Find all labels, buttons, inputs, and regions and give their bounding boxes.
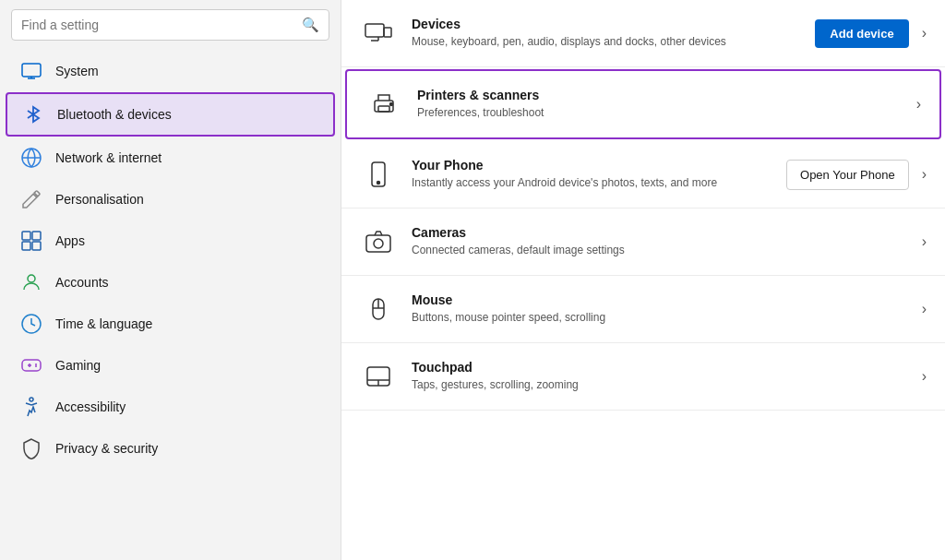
printers-desc: Preferences, troubleshoot <box>417 105 898 121</box>
gaming-icon <box>20 354 42 376</box>
setting-row-cameras[interactable]: CamerasConnected cameras, default image … <box>341 209 945 276</box>
cameras-desc: Connected cameras, default image setting… <box>412 243 903 258</box>
svg-point-9 <box>30 398 33 401</box>
printers-action: › <box>913 96 921 113</box>
svg-point-6 <box>28 275 35 282</box>
sidebar-label-privacy: Privacy & security <box>55 441 158 456</box>
yourphone-icon <box>360 156 397 193</box>
search-input[interactable] <box>21 18 294 32</box>
cameras-icon <box>360 223 397 260</box>
yourphone-info: Your PhoneInstantly access your Android … <box>412 158 772 191</box>
setting-row-touchpad[interactable]: TouchpadTaps, gestures, scrolling, zoomi… <box>341 343 945 411</box>
chevron-right-icon: › <box>922 25 927 42</box>
devices-desc: Mouse, keyboard, pen, audio, displays an… <box>412 34 800 50</box>
sidebar-label-gaming: Gaming <box>55 358 101 373</box>
system-icon <box>20 60 42 82</box>
devices-info: DevicesMouse, keyboard, pen, audio, disp… <box>412 17 800 50</box>
sidebar-item-system[interactable]: System <box>6 51 335 91</box>
devices-title: Devices <box>412 17 800 31</box>
sidebar-item-privacy[interactable]: Privacy & security <box>6 428 335 469</box>
touchpad-icon <box>360 358 397 395</box>
time-icon <box>20 313 42 335</box>
sidebar-label-apps: Apps <box>55 233 85 248</box>
printers-icon <box>365 86 402 123</box>
svg-rect-11 <box>384 28 391 37</box>
sidebar-item-accessibility[interactable]: Accessibility <box>6 387 335 427</box>
sidebar-label-network: Network & internet <box>55 150 161 165</box>
accessibility-icon <box>20 396 42 418</box>
mouse-icon <box>360 291 397 328</box>
svg-rect-13 <box>378 106 389 112</box>
svg-rect-3 <box>32 232 41 240</box>
chevron-right-icon: › <box>916 96 921 113</box>
sidebar-label-personalisation: Personalisation <box>55 192 144 207</box>
printers-title: Printers & scanners <box>417 88 898 102</box>
chevron-right-icon: › <box>922 166 927 183</box>
apps-icon <box>20 230 42 252</box>
sidebar-item-time[interactable]: Time & language <box>6 304 335 344</box>
yourphone-action: Open Your Phone› <box>786 160 927 190</box>
search-bar: 🔍 <box>11 9 329 41</box>
chevron-right-icon: › <box>922 233 927 250</box>
privacy-icon <box>20 437 42 459</box>
sidebar: 🔍 SystemBluetooth & devicesNetwork & int… <box>0 0 341 560</box>
chevron-right-icon: › <box>922 368 927 385</box>
personalisation-icon <box>20 188 42 210</box>
sidebar-item-gaming[interactable]: Gaming <box>6 345 335 386</box>
svg-rect-10 <box>365 24 384 37</box>
cameras-info: CamerasConnected cameras, default image … <box>412 225 903 258</box>
network-icon <box>20 147 42 169</box>
svg-rect-17 <box>366 235 390 252</box>
open-your-phone-button[interactable]: Open Your Phone <box>786 160 909 190</box>
svg-rect-0 <box>22 64 41 77</box>
svg-rect-4 <box>22 242 30 250</box>
svg-point-18 <box>374 239 383 248</box>
setting-row-mouse[interactable]: MouseButtons, mouse pointer speed, scrol… <box>341 276 945 343</box>
cameras-title: Cameras <box>412 225 903 240</box>
search-icon: 🔍 <box>302 17 319 33</box>
printers-info: Printers & scannersPreferences, troubles… <box>417 88 898 121</box>
touchpad-info: TouchpadTaps, gestures, scrolling, zoomi… <box>412 360 903 393</box>
yourphone-desc: Instantly access your Android device's p… <box>412 175 772 191</box>
svg-rect-2 <box>22 232 30 240</box>
bluetooth-icon <box>22 103 44 125</box>
mouse-info: MouseButtons, mouse pointer speed, scrol… <box>412 292 903 326</box>
devices-action: Add device› <box>815 19 927 48</box>
setting-row-devices[interactable]: DevicesMouse, keyboard, pen, audio, disp… <box>341 0 945 67</box>
sidebar-label-time: Time & language <box>55 316 152 331</box>
main-content: DevicesMouse, keyboard, pen, audio, disp… <box>341 0 945 560</box>
mouse-desc: Buttons, mouse pointer speed, scrolling <box>412 310 903 326</box>
touchpad-desc: Taps, gestures, scrolling, zooming <box>412 377 903 393</box>
devices-icon <box>360 15 397 52</box>
touchpad-title: Touchpad <box>412 360 903 375</box>
svg-rect-5 <box>32 242 41 250</box>
chevron-right-icon: › <box>922 301 927 317</box>
sidebar-label-accessibility: Accessibility <box>55 399 126 414</box>
nav-list: SystemBluetooth & devicesNetwork & inter… <box>0 50 341 560</box>
sidebar-item-personalisation[interactable]: Personalisation <box>6 179 335 220</box>
sidebar-label-accounts: Accounts <box>55 275 109 290</box>
yourphone-title: Your Phone <box>412 158 772 173</box>
add-device-button[interactable]: Add device <box>815 19 908 48</box>
svg-point-14 <box>390 103 393 106</box>
sidebar-label-bluetooth: Bluetooth & devices <box>57 107 172 122</box>
sidebar-item-bluetooth[interactable]: Bluetooth & devices <box>6 92 335 137</box>
sidebar-label-system: System <box>55 64 99 78</box>
mouse-title: Mouse <box>412 292 903 307</box>
mouse-action: › <box>918 301 927 317</box>
cameras-action: › <box>918 233 927 250</box>
sidebar-item-apps[interactable]: Apps <box>6 220 335 261</box>
accounts-icon <box>20 271 42 293</box>
svg-point-16 <box>377 182 380 185</box>
sidebar-item-accounts[interactable]: Accounts <box>6 262 335 303</box>
sidebar-item-network[interactable]: Network & internet <box>6 137 335 178</box>
touchpad-action: › <box>918 368 927 385</box>
setting-row-yourphone[interactable]: Your PhoneInstantly access your Android … <box>341 141 945 209</box>
setting-row-printers[interactable]: Printers & scannersPreferences, troubles… <box>345 69 941 139</box>
